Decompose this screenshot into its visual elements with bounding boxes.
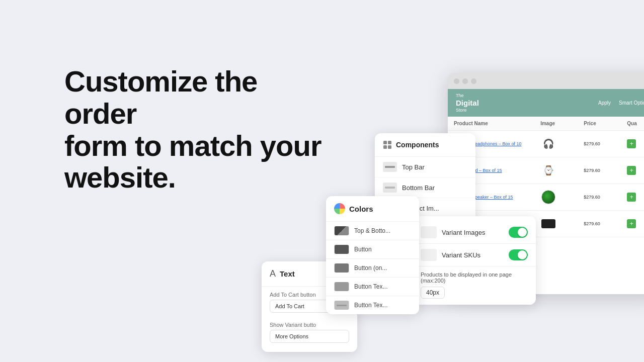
settings-footer: Products to be displayed in one page (ma… xyxy=(413,266,536,301)
browser-dot-3 xyxy=(471,78,476,84)
panel-item-bottombar[interactable]: Bottom Bar xyxy=(375,177,475,198)
browser-titlebar xyxy=(448,73,644,89)
table-row: Portable Speaker – Box of 15 $279.60 + xyxy=(448,184,644,211)
table-row: Smart Band – Box of 15 ⌚ $279.60 + xyxy=(448,157,644,184)
qty-button[interactable]: + xyxy=(627,139,636,148)
topbar-icon xyxy=(383,162,397,172)
product-image xyxy=(540,189,556,205)
svg-rect-1 xyxy=(388,141,391,144)
variant-skus-item: Variant SKUs xyxy=(413,244,536,266)
variant-skus-icon xyxy=(421,249,437,261)
store-logo: The Digital Store xyxy=(456,93,479,113)
svg-rect-2 xyxy=(383,145,387,149)
hero-heading: Customize the order form to match your w… xyxy=(64,65,326,194)
products-per-page-value[interactable]: 40px xyxy=(421,287,445,299)
top-bottom-swatch xyxy=(334,226,349,235)
product-image: ⌚ xyxy=(540,162,556,178)
color-item-button[interactable]: Button xyxy=(326,240,419,258)
hero-section: Customize the order form to match your w… xyxy=(64,65,326,194)
show-variant-label: Show Variant butto xyxy=(262,317,357,330)
product-image xyxy=(540,216,556,232)
qty-button[interactable]: + xyxy=(627,166,636,175)
products-per-page-label: Products to be displayed in one page (ma… xyxy=(421,272,528,284)
color-item-button-on[interactable]: Button (on... xyxy=(326,258,419,277)
color-item-top-bottom[interactable]: Top & Botto... xyxy=(326,221,419,240)
svg-rect-3 xyxy=(388,145,391,149)
button-on-swatch xyxy=(334,263,349,273)
store-nav: Apply Smart Options xyxy=(598,100,644,106)
qty-button[interactable]: + xyxy=(627,193,636,202)
variant-images-toggle[interactable] xyxy=(509,227,528,238)
product-image: 🎧 xyxy=(540,136,556,152)
panel-item-topbar[interactable]: Top Bar xyxy=(375,157,475,177)
button-text2-swatch xyxy=(334,301,349,310)
variant-images-icon xyxy=(421,226,437,238)
colors-panel-header: Colors xyxy=(326,196,419,221)
button-text-swatch xyxy=(334,282,349,291)
colors-panel: Colors Top & Botto... Button Button (on.… xyxy=(326,196,419,314)
components-panel-header: Components xyxy=(375,133,475,157)
bottombar-icon xyxy=(383,183,397,193)
color-item-button-text2[interactable]: Button Tex... xyxy=(326,296,419,314)
browser-dot-1 xyxy=(454,78,459,84)
text-icon: A xyxy=(270,268,276,279)
settings-panel: Variant Images Variant SKUs Products to … xyxy=(413,216,536,305)
colors-icon xyxy=(334,203,345,214)
qty-button[interactable]: + xyxy=(627,219,636,228)
variant-images-item: Variant Images xyxy=(413,221,536,244)
components-icon xyxy=(383,140,392,149)
svg-rect-0 xyxy=(383,141,387,144)
variant-skus-toggle[interactable] xyxy=(509,249,528,260)
table-header: Product Name Image Price Qua xyxy=(448,117,644,131)
browser-dot-2 xyxy=(462,78,468,84)
button-swatch xyxy=(334,245,349,254)
table-row: Wireless headphones – Box of 10 🎧 $279.6… xyxy=(448,131,644,157)
color-item-button-text[interactable]: Button Tex... xyxy=(326,277,419,296)
show-variant-input[interactable] xyxy=(270,330,349,343)
store-header: The Digital Store Apply Smart Options xyxy=(448,89,644,117)
